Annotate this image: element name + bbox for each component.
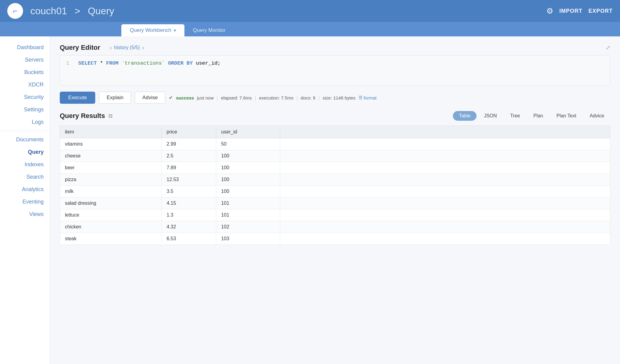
tab-query-workbench[interactable]: Query Workbench ▾ xyxy=(121,24,184,36)
cell-price: 2.5 xyxy=(162,150,216,162)
execution-text: execution: 7.5ms xyxy=(259,95,293,100)
sidebar-item-security[interactable]: Security xyxy=(0,91,50,103)
table-row: vitamins2.9950 xyxy=(60,138,610,150)
tab-monitor-label: Query Monitor xyxy=(193,27,226,33)
col-header-price: price xyxy=(162,126,216,138)
cell-user_id: 102 xyxy=(216,221,280,233)
cell-price: 6.53 xyxy=(162,233,216,245)
table-row: milk3.5100 xyxy=(60,186,610,197)
query-editor-header: Query Editor ‹ history (5/5) › ⤢ xyxy=(60,44,610,52)
header-title: couch01 > Query xyxy=(28,5,546,17)
sidebar-item-eventing[interactable]: Eventing xyxy=(0,196,50,208)
import-button[interactable]: IMPORT xyxy=(559,8,582,14)
cell-price: 7.89 xyxy=(162,162,216,174)
sidebar-item-servers[interactable]: Servers xyxy=(0,54,50,66)
sidebar-item-documents[interactable]: Documents xyxy=(0,133,50,146)
table-row: pizza12.53100 xyxy=(60,174,610,186)
copy-icon[interactable]: ⧉ xyxy=(109,113,113,119)
cell-item: salad dressing xyxy=(60,197,162,209)
col-header-empty xyxy=(280,126,610,138)
chevron-down-icon: ▾ xyxy=(174,28,176,33)
cell-price: 2.99 xyxy=(162,138,216,150)
results-header: Query Results ⧉ Table JSON Tree Plan Pla… xyxy=(60,111,610,121)
results-title: Query Results xyxy=(60,112,105,120)
cell-user_id: 101 xyxy=(216,197,280,209)
table-row: salad dressing4.15101 xyxy=(60,197,610,209)
view-tab-plan[interactable]: Plan xyxy=(527,111,549,121)
view-tab-tree[interactable]: Tree xyxy=(504,111,526,121)
format-lines-icon: ☰ xyxy=(359,95,362,100)
table-row: steak6.53103 xyxy=(60,233,610,245)
cell-price: 12.53 xyxy=(162,174,216,186)
cell-item: pizza xyxy=(60,174,162,186)
logo-icon: ⌐ xyxy=(13,6,17,16)
header-actions: ⚙ IMPORT EXPORT xyxy=(546,6,613,16)
status-bar: ✔ success just now | elapsed: 7.6ms | ex… xyxy=(169,95,376,100)
view-tab-plan-text[interactable]: Plan Text xyxy=(550,111,582,121)
cell-empty xyxy=(280,162,610,174)
main-layout: Dashboard Servers Buckets XDCR Security … xyxy=(0,36,620,364)
sidebar-item-views[interactable]: Views xyxy=(0,208,50,221)
breadcrumb-separator: > xyxy=(75,5,83,16)
history-prev-icon[interactable]: ‹ xyxy=(110,45,112,51)
format-label: format xyxy=(364,95,377,100)
expand-icon[interactable]: ⤢ xyxy=(606,44,610,51)
cell-empty xyxy=(280,186,610,197)
sidebar-item-search[interactable]: Search xyxy=(0,171,50,183)
cell-price: 3.5 xyxy=(162,186,216,197)
view-tab-advice[interactable]: Advice xyxy=(584,111,610,121)
code-editor[interactable]: 1 SELECT * FROM `transactions` ORDER BY … xyxy=(60,55,610,86)
table-row: cheese2.5100 xyxy=(60,150,610,162)
content-area: Query Editor ‹ history (5/5) › ⤢ 1 SELEC… xyxy=(50,36,620,364)
docs-text: docs: 9 xyxy=(301,95,315,100)
col-header-item: item xyxy=(60,126,162,138)
sidebar-item-settings[interactable]: Settings xyxy=(0,103,50,116)
advise-button[interactable]: Advise xyxy=(135,92,165,104)
cell-empty xyxy=(280,197,610,209)
cell-item: beer xyxy=(60,162,162,174)
table-name: `transactions` xyxy=(122,60,165,66)
section-name: Query xyxy=(88,5,114,16)
sidebar-item-analytics[interactable]: Analytics xyxy=(0,183,50,196)
view-tab-json[interactable]: JSON xyxy=(478,111,503,121)
history-next-icon[interactable]: › xyxy=(142,45,144,51)
sidebar-item-logs[interactable]: Logs xyxy=(0,116,50,128)
cell-empty xyxy=(280,174,610,186)
sidebar-item-dashboard[interactable]: Dashboard xyxy=(0,41,50,54)
cell-item: chicken xyxy=(60,221,162,233)
sidebar-item-buckets[interactable]: Buckets xyxy=(0,66,50,79)
sidebar-item-indexes[interactable]: Indexes xyxy=(0,158,50,171)
cell-price: 1.3 xyxy=(162,209,216,221)
view-tab-table[interactable]: Table xyxy=(453,111,477,121)
cell-user_id: 100 xyxy=(216,174,280,186)
status-time: just now xyxy=(197,95,214,100)
check-icon: ✔ xyxy=(169,95,173,100)
table-body: vitamins2.9950cheese2.5100beer7.89100piz… xyxy=(60,138,610,245)
table-header-row: item price user_id xyxy=(60,126,610,138)
cell-user_id: 103 xyxy=(216,233,280,245)
keyword-order: ORDER BY xyxy=(168,60,193,66)
gear-icon[interactable]: ⚙ xyxy=(546,6,553,16)
tab-workbench-label: Query Workbench xyxy=(130,27,171,33)
query-editor-title: Query Editor xyxy=(60,44,100,52)
execute-button[interactable]: Execute xyxy=(60,92,95,104)
table-row: chicken4.32102 xyxy=(60,221,610,233)
logo: ⌐ xyxy=(7,3,23,19)
results-table: item price user_id vitamins2.9950cheese2… xyxy=(60,126,610,245)
explain-button[interactable]: Explain xyxy=(99,92,131,104)
cell-item: lettuce xyxy=(60,209,162,221)
view-tabs: Table JSON Tree Plan Plan Text Advice xyxy=(453,111,610,121)
history-label[interactable]: history (5/5) xyxy=(114,45,140,50)
format-button[interactable]: ☰ format xyxy=(359,95,377,100)
export-button[interactable]: EXPORT xyxy=(588,8,613,14)
keyword-select: SELECT xyxy=(78,60,97,66)
cell-user_id: 100 xyxy=(216,162,280,174)
sidebar-item-xdcr[interactable]: XDCR xyxy=(0,79,50,91)
line-number: 1 xyxy=(66,60,72,66)
sidebar-item-query[interactable]: Query xyxy=(0,146,50,158)
nav-tabs: Query Workbench ▾ Query Monitor xyxy=(0,22,620,36)
cell-item: milk xyxy=(60,186,162,197)
cell-price: 4.15 xyxy=(162,197,216,209)
sidebar: Dashboard Servers Buckets XDCR Security … xyxy=(0,36,50,364)
tab-query-monitor[interactable]: Query Monitor xyxy=(184,24,234,36)
